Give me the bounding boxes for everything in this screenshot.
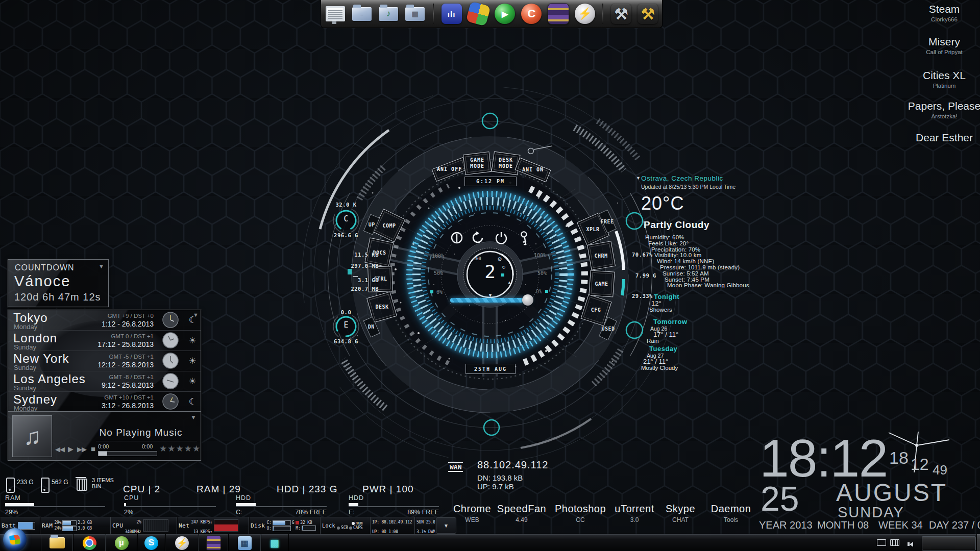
tray-display-icon[interactable] [877, 539, 886, 546]
shortcut-dear-esther[interactable]: Dear Esther [893, 132, 980, 144]
play-button[interactable]: ▶ [68, 445, 74, 453]
taskbar-chrome[interactable] [72, 534, 106, 551]
videos-folder-icon[interactable]: ▦ [404, 2, 426, 26]
teal-marker [545, 290, 548, 293]
taskbar-winrar[interactable] [198, 534, 229, 551]
winrar-icon[interactable] [547, 2, 569, 26]
tools-icon[interactable]: ⚒ [610, 2, 632, 26]
clock-minutes: 12 [911, 455, 929, 474]
chrm-button[interactable]: CHRM [587, 241, 616, 270]
date-month: AUGUST [836, 479, 947, 507]
toolbar-chevron-button[interactable]: ▼ [436, 517, 456, 534]
volume-knob[interactable] [522, 294, 533, 306]
progress-fill [99, 452, 107, 456]
taskbar-cube-app[interactable]: ▩ [260, 534, 289, 551]
tray-panel-icon[interactable] [890, 539, 899, 546]
collapse-icon[interactable]: ▼ [190, 414, 197, 421]
shortcut-daemon[interactable]: DaemonTools [705, 503, 756, 523]
scale-50: 50% [537, 270, 547, 276]
shortcut-speedfan[interactable]: SpeedFan4.49 [496, 503, 547, 523]
game-mode-button[interactable]: GAME MODE [463, 152, 492, 175]
pwr-summary: PWR | 100 [362, 484, 414, 495]
hdd-c-bar [236, 503, 327, 507]
date-day: 25 [761, 479, 799, 518]
hud-time-tab: 6:12 PM [464, 177, 517, 186]
weather-location[interactable]: Ostrava, Czech Republic [641, 174, 784, 182]
recycle-bin-label: 3 ITEMSBIN [92, 477, 114, 489]
ram-bar2 [62, 526, 77, 531]
taskbar-utorrent[interactable]: µ [105, 534, 138, 551]
restart-icon[interactable] [471, 230, 486, 245]
shortcut-photoshop[interactable]: PhotoshopCC [552, 503, 608, 523]
rating-stars[interactable]: ★★★★★ [159, 443, 198, 454]
net-down-value: 220.7 MB [338, 286, 379, 292]
registry-cleaner-icon[interactable] [467, 2, 489, 26]
start-button[interactable] [3, 528, 27, 551]
progress-bar[interactable] [98, 451, 157, 456]
hdd-e-bar [349, 503, 439, 507]
countdown-event: Vánoce [14, 273, 70, 290]
world-clock-row[interactable]: Tokyo Monday GMT +9 / DST +0 1:12 - 26.8… [8, 310, 201, 331]
lock-keys-section: Lock num SCRCAPS [320, 517, 370, 534]
shortcut-steam[interactable]: Steam Clorky666 [893, 3, 980, 22]
wan-upload: UP: 9.7 kB [477, 482, 514, 491]
cpu-summary: CPU | 2 [123, 484, 160, 495]
world-clocks-widget: ▼ Tokyo Monday GMT +9 / DST +0 1:12 - 26… [8, 310, 201, 411]
collapse-icon[interactable]: ▼ [193, 312, 199, 318]
analog-clock-icon [162, 332, 179, 349]
world-clock-row[interactable]: Los Angeles Sunday GMT -8 / DST +1 9:12 … [8, 371, 201, 392]
weather-widget: Ostrava, Czech Republic Updated at 8/25/… [641, 174, 784, 371]
shortcut-subtitle: Call of Pripyat [893, 49, 980, 55]
clock-hours: 18 [889, 448, 909, 468]
digital-clock-time: 18:12 [760, 433, 887, 484]
winamp-icon[interactable]: ⚡ [574, 2, 596, 26]
shortcut-cities-xl[interactable]: Cities XL Platinum [893, 69, 980, 89]
collapse-icon[interactable]: ▼ [99, 263, 104, 269]
power-icon[interactable] [494, 230, 509, 245]
shutdown-icon[interactable] [449, 230, 464, 245]
stop-button[interactable]: ■ [91, 444, 95, 453]
shortcut-skype[interactable]: SkypeCHAT [657, 503, 703, 523]
tray-speaker-icon[interactable] [908, 539, 913, 548]
world-clock-row[interactable]: Sydney Monday GMT +10 / DST +1 3:12 - 26… [8, 392, 201, 412]
desk-mode-button[interactable]: DESK MODE [491, 152, 520, 176]
tray-window-preview[interactable] [922, 536, 976, 550]
my-computer-icon[interactable] [324, 2, 346, 26]
shortcut-papers-please[interactable]: Papers, Please Arstotzka! [893, 100, 980, 119]
drive-e-gauge[interactable]: E [339, 320, 353, 330]
refresh-icon[interactable]: ↻ [502, 265, 506, 270]
sun-icon: ☀ [189, 356, 197, 366]
weather-condition: Partly Cloudy [641, 219, 784, 231]
dock-separator [602, 4, 603, 24]
drive-c-gauge[interactable]: C [339, 214, 353, 223]
media-player-classic-icon[interactable]: ▶ [494, 2, 516, 26]
shortcut-utorrent[interactable]: uTorrent3.0 [609, 503, 660, 523]
forecast-tonight: Tonight 12° Showers [641, 293, 784, 313]
show-desktop-button[interactable] [976, 534, 980, 551]
game-button[interactable]: GAME [589, 270, 615, 297]
world-clock-row[interactable]: New York Sunday GMT -5 / DST +1 12:12 - … [8, 351, 201, 371]
music-player-widget: ▼ ♫ No Playing Music ◀◀ ▶ ▶▶ ■ 0:00 0:00… [8, 411, 201, 461]
music-folder-icon[interactable]: ♪ [378, 2, 400, 26]
recycle-bin-icon[interactable] [77, 479, 87, 491]
volume-slider[interactable] [450, 298, 532, 303]
documents-folder-icon[interactable]: ≡ [351, 2, 373, 26]
shortcut-title: Dear Esther [893, 132, 980, 144]
taskbar-winamp[interactable]: ⚡ [165, 534, 199, 551]
ccleaner-icon[interactable]: C [521, 2, 543, 26]
taskbar: µ S ⚡ ▦ ▩ [0, 534, 980, 551]
next-button[interactable]: ▶▶ [77, 445, 86, 453]
shortcut-misery[interactable]: Misery Call of Pripyat [893, 36, 980, 55]
rainmeter-icon[interactable]: ılı [440, 2, 462, 26]
gear-icon[interactable]: ⚙ [497, 256, 502, 263]
weather-detail: Moon Phase: Waning Gibbous [641, 283, 784, 289]
taskbar-explorer[interactable] [41, 534, 74, 551]
teal-marker [501, 273, 504, 277]
previous-button[interactable]: ◀◀ [55, 445, 64, 453]
city-day: Sunday [14, 343, 36, 351]
repair-tools-icon[interactable]: ⚒ [637, 2, 659, 26]
world-clock-row[interactable]: London Sunday GMT 0 / DST +1 17:12 - 25.… [8, 331, 201, 351]
teal-marker [430, 290, 433, 293]
taskbar-skype[interactable]: S [137, 534, 166, 551]
taskbar-control-panel[interactable]: ▦ [228, 534, 261, 551]
